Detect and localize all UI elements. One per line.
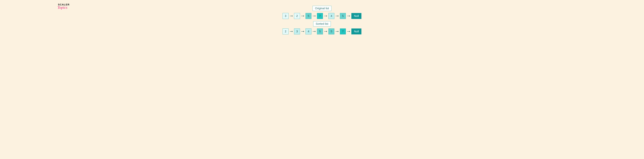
arrow-icon bbox=[301, 31, 304, 32]
node-value: 5 bbox=[342, 14, 344, 18]
null-terminal: Null bbox=[351, 28, 362, 34]
diagram-stage: Original list 3 2 5 7 4 5 Null Sorted li… bbox=[0, 6, 644, 34]
node-value: 3 bbox=[296, 30, 298, 33]
arrow-icon bbox=[336, 15, 338, 16]
node-value: 5 bbox=[319, 30, 321, 33]
list-node: 2 bbox=[294, 13, 300, 19]
list-node: 7 bbox=[340, 28, 346, 34]
sorted-list-block: Sorted list 2 3 4 5 5 7 Null bbox=[282, 21, 362, 34]
node-value: 3 bbox=[285, 14, 286, 18]
sorted-list-title: Sorted list bbox=[313, 21, 331, 26]
list-node: 3 bbox=[282, 13, 288, 19]
original-list-block: Original list 3 2 5 7 4 5 Null bbox=[282, 6, 362, 19]
arrow-icon bbox=[290, 31, 293, 32]
node-value: 7 bbox=[342, 30, 344, 33]
arrow-icon bbox=[324, 15, 327, 16]
node-value: 4 bbox=[308, 30, 309, 33]
list-node: 4 bbox=[306, 28, 312, 34]
arrow-icon bbox=[290, 15, 293, 16]
list-node: 5 bbox=[340, 13, 346, 19]
arrow-icon bbox=[313, 31, 316, 32]
original-list-title: Original list bbox=[312, 6, 332, 11]
node-value: 4 bbox=[331, 14, 332, 18]
arrow-icon bbox=[313, 15, 316, 16]
scaler-topics-logo: SCALER Topics bbox=[58, 3, 70, 10]
original-list-chain: 3 2 5 7 4 5 Null bbox=[282, 13, 362, 19]
list-node: 5 bbox=[317, 28, 323, 34]
node-value: 2 bbox=[285, 30, 286, 33]
list-node: 3 bbox=[294, 28, 300, 34]
arrow-icon bbox=[347, 31, 350, 32]
sorted-list-chain: 2 3 4 5 5 7 Null bbox=[282, 28, 362, 34]
list-node: 5 bbox=[328, 28, 334, 34]
arrow-icon bbox=[324, 31, 327, 32]
arrow-icon bbox=[347, 15, 350, 16]
list-node: 2 bbox=[282, 28, 288, 34]
node-value: 5 bbox=[308, 14, 309, 18]
list-node: 7 bbox=[317, 13, 323, 19]
arrow-icon bbox=[301, 15, 304, 16]
list-node: 5 bbox=[306, 13, 312, 19]
node-value: 5 bbox=[331, 30, 332, 33]
node-value: 2 bbox=[296, 14, 298, 18]
list-node: 4 bbox=[328, 13, 334, 19]
node-value: 7 bbox=[319, 14, 321, 18]
arrow-icon bbox=[336, 31, 338, 32]
null-terminal: Null bbox=[351, 13, 362, 19]
